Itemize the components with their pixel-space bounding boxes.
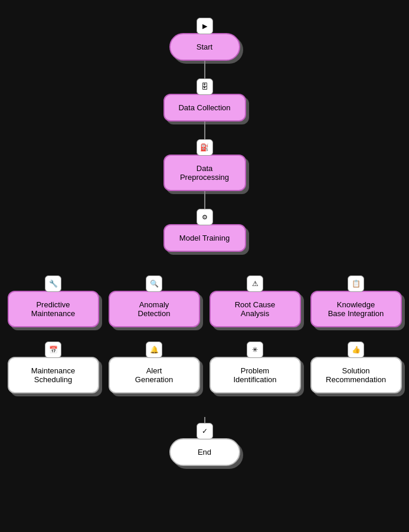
maintenance-scheduling-box: MaintenanceScheduling: [8, 357, 99, 393]
root-cause-analysis-label: Root CauseAnalysis: [235, 300, 276, 318]
bell-icon: 🔔: [146, 341, 162, 358]
root-cause-analysis-item: ⚠ Root CauseAnalysis: [210, 275, 301, 327]
start-label: Start: [197, 42, 212, 51]
solution-recommendation-label: SolutionRecommendation: [326, 366, 386, 384]
database-icon: 🗄: [197, 78, 213, 95]
model-training-label: Model Training: [179, 234, 230, 242]
check-icon: ✓: [197, 423, 213, 439]
warning-icon: ⚠: [247, 275, 263, 292]
flowchart-diagram: ▶ Start 🗄 Data Collection ⛽ DataPreproce…: [0, 12, 409, 478]
start-node: ▶ Start: [169, 18, 240, 61]
maintenance-scheduling-item: 📅 MaintenanceScheduling: [8, 341, 99, 393]
row-1: 🔧 PredictiveMaintenance 🔍 AnomalyDetecti…: [0, 275, 409, 327]
data-preprocessing-node: ⛽ DataPreprocessing: [163, 139, 246, 191]
problem-identification-item: ✳ ProblemIdentification: [210, 341, 301, 393]
wrench-icon: 🔧: [45, 275, 61, 292]
data-collection-box: Data Collection: [163, 94, 246, 121]
cpu-icon: ⚙: [197, 209, 213, 225]
filter-icon: ⛽: [197, 139, 213, 156]
end-label: End: [198, 448, 211, 457]
connector-4: [204, 417, 205, 423]
search-icon: 🔍: [146, 275, 162, 292]
thumbup-icon: 👍: [348, 341, 364, 358]
solution-recommendation-item: 👍 SolutionRecommendation: [310, 341, 402, 393]
end-node: ✓ End: [169, 423, 240, 466]
row-2: 📅 MaintenanceScheduling 🔔 AlertGeneratio…: [0, 341, 409, 393]
alert-generation-label: AlertGeneration: [135, 366, 173, 384]
data-preprocessing-label: DataPreprocessing: [180, 164, 229, 182]
sun-icon: ✳: [247, 341, 263, 358]
maintenance-scheduling-label: MaintenanceScheduling: [31, 366, 75, 384]
data-preprocessing-box: DataPreprocessing: [163, 155, 246, 191]
start-box: Start: [169, 33, 240, 61]
alert-generation-item: 🔔 AlertGeneration: [109, 341, 200, 393]
clipboard-icon: 📋: [348, 275, 364, 292]
calendar-icon: 📅: [45, 341, 61, 358]
connector-3: [204, 191, 205, 209]
model-training-box: Model Training: [163, 224, 246, 252]
connector-1: [204, 61, 205, 78]
anomaly-detection-label: AnomalyDetection: [138, 300, 171, 318]
predictive-maintenance-label: PredictiveMaintenance: [31, 300, 75, 318]
knowledge-base-item: 📋 KnowledgeBase Integration: [310, 275, 402, 327]
connector-2: [204, 121, 205, 139]
knowledge-base-box: KnowledgeBase Integration: [310, 291, 402, 327]
predictive-maintenance-item: 🔧 PredictiveMaintenance: [8, 275, 99, 327]
anomaly-detection-box: AnomalyDetection: [109, 291, 200, 327]
solution-recommendation-box: SolutionRecommendation: [310, 357, 402, 393]
problem-identification-box: ProblemIdentification: [210, 357, 301, 393]
predictive-maintenance-box: PredictiveMaintenance: [8, 291, 99, 327]
data-collection-label: Data Collection: [178, 103, 230, 112]
model-training-node: ⚙ Model Training: [163, 209, 246, 252]
end-box: End: [169, 438, 240, 466]
root-cause-analysis-box: Root CauseAnalysis: [210, 291, 301, 327]
anomaly-detection-item: 🔍 AnomalyDetection: [109, 275, 200, 327]
problem-identification-label: ProblemIdentification: [234, 366, 277, 384]
knowledge-base-label: KnowledgeBase Integration: [328, 300, 384, 318]
data-collection-node: 🗄 Data Collection: [163, 78, 246, 121]
start-icon: ▶: [197, 18, 213, 34]
alert-generation-box: AlertGeneration: [109, 357, 200, 393]
